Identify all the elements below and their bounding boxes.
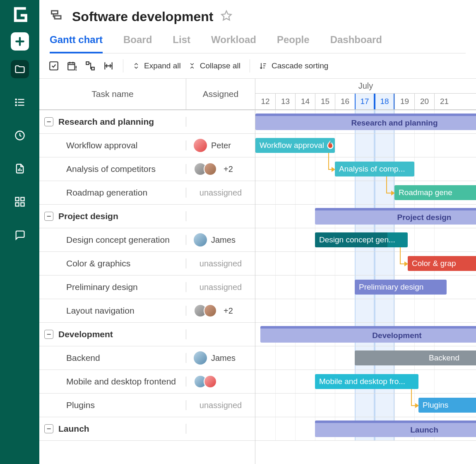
calendar-alert-icon[interactable] (67, 60, 77, 71)
group-bar[interactable]: Project design (315, 208, 476, 225)
avatar (204, 375, 217, 388)
project-icon (50, 8, 65, 25)
avatar (204, 162, 217, 176)
task-row[interactable]: Preliminary designunassigned (39, 276, 255, 299)
cascade-sorting-button[interactable]: Cascade sorting (259, 61, 328, 70)
timeline-row: Mobile and desktop fro... (255, 370, 476, 394)
task-label: Design concept generation (66, 235, 170, 245)
task-row[interactable]: −Project design (39, 205, 255, 228)
svg-rect-20 (68, 63, 75, 70)
svg-point-3 (15, 99, 16, 100)
column-assigned[interactable]: Assigned (186, 79, 255, 109)
header: Software development Gantt chartBoardLis… (39, 0, 476, 53)
nav-folder[interactable] (11, 60, 29, 78)
nav-reports[interactable] (11, 160, 29, 178)
group-bar[interactable]: Launch (315, 420, 476, 437)
task-row[interactable]: Roadmap generationunassigned (39, 181, 255, 205)
task-bar[interactable]: Backend (355, 350, 476, 365)
expand-all-button[interactable]: Expand all (132, 61, 181, 70)
nav-chat[interactable] (11, 226, 29, 244)
task-row[interactable]: Pluginsunassigned (39, 394, 255, 417)
task-bar[interactable]: Plugins (418, 398, 476, 413)
svg-point-25 (76, 70, 76, 70)
collapse-all-button[interactable]: Collapse all (188, 61, 240, 70)
baseline-icon[interactable] (103, 60, 114, 71)
group-bar[interactable]: Development (260, 326, 476, 343)
bar-label: Launch (410, 425, 438, 435)
task-label: Preliminary design (66, 282, 138, 292)
hierarchy-icon[interactable] (85, 60, 96, 71)
nav-clock[interactable] (11, 126, 29, 145)
assigned-cell[interactable]: unassigned (186, 401, 255, 410)
sidebar (0, 0, 39, 464)
timeline-row: Backend (255, 346, 476, 370)
day-12: 12 (255, 94, 275, 109)
task-label: Mobile and desktop frontend (66, 377, 176, 387)
collapse-all-label: Collapse all (200, 61, 240, 70)
task-bar[interactable]: Color & grap (408, 256, 476, 271)
bar-label: Preliminary design (359, 283, 423, 292)
task-row[interactable]: Layout navigation+2 (39, 299, 255, 323)
timeline-row: Preliminary design (255, 276, 476, 299)
star-icon[interactable] (221, 10, 232, 23)
task-row[interactable]: Analysis of competitors+2 (39, 157, 255, 181)
task-row[interactable]: Design concept generationJames (39, 228, 255, 252)
assigned-cell[interactable]: Peter (186, 139, 255, 152)
tab-workload[interactable]: Workload (211, 34, 256, 53)
task-grid: Task name Assigned −Research and plannin… (39, 79, 255, 464)
task-bar[interactable]: Roadmap gene (394, 185, 476, 200)
task-row[interactable]: −Launch (39, 417, 255, 441)
nav-list[interactable] (11, 93, 29, 111)
collapse-button[interactable]: − (44, 117, 53, 126)
task-row[interactable]: Mobile and desktop frontend (39, 370, 255, 394)
svg-rect-11 (21, 198, 24, 201)
task-row[interactable]: −Development (39, 323, 255, 346)
task-bar[interactable]: Design concept gen... (315, 232, 408, 247)
day-16: 16 (335, 94, 355, 109)
tab-gantt-chart[interactable]: Gantt chart (50, 34, 103, 53)
assigned-cell[interactable]: unassigned (186, 283, 255, 292)
tab-board[interactable]: Board (123, 34, 152, 53)
collapse-button[interactable]: − (44, 330, 53, 339)
task-bar[interactable]: Analysis of comp... (335, 162, 414, 176)
svg-rect-13 (21, 203, 24, 206)
tab-list[interactable]: List (173, 34, 190, 53)
task-row[interactable]: −Research and planning (39, 110, 255, 134)
avatar (194, 233, 207, 247)
assigned-cell[interactable]: +2 (186, 304, 255, 317)
assigned-cell[interactable]: unassigned (186, 259, 255, 268)
timeline-row: Workflow approval (255, 134, 476, 157)
check-icon[interactable] (48, 60, 59, 71)
task-bar[interactable]: Workflow approval (255, 138, 335, 153)
timeline-row (255, 299, 476, 323)
task-bar[interactable]: Mobile and desktop fro... (315, 374, 418, 389)
collapse-button[interactable]: − (44, 424, 53, 433)
assigned-cell[interactable]: unassigned (186, 188, 255, 198)
task-row[interactable]: Color & graphicsunassigned (39, 252, 255, 276)
day-17: 17 (355, 94, 375, 109)
assignee-name: James (211, 353, 236, 363)
task-row[interactable]: BackendJames (39, 346, 255, 370)
assigned-cell[interactable]: James (186, 351, 255, 365)
timeline-row: Design concept gen... (255, 228, 476, 252)
task-label: Launch (58, 424, 89, 434)
day-14: 14 (295, 94, 315, 109)
bar-label: Workflow approval (260, 141, 324, 150)
column-task-name[interactable]: Task name (39, 79, 186, 109)
task-bar[interactable]: Preliminary design (355, 280, 447, 295)
add-button[interactable] (11, 32, 29, 51)
svg-rect-26 (86, 62, 89, 65)
day-15: 15 (315, 94, 335, 109)
collapse-button[interactable]: − (44, 212, 53, 221)
tab-people[interactable]: People (277, 34, 310, 53)
tab-dashboard[interactable]: Dashboard (330, 34, 382, 53)
assigned-cell[interactable] (186, 375, 255, 388)
project-title: Software development (72, 9, 213, 24)
assigned-cell[interactable]: James (186, 233, 255, 247)
group-bar[interactable]: Research and planning (255, 114, 476, 130)
task-row[interactable]: Workflow approvalPeter (39, 134, 255, 157)
nav-apps[interactable] (11, 193, 29, 211)
assigned-cell[interactable]: +2 (186, 162, 255, 176)
avatar (194, 139, 207, 152)
task-label: Project design (58, 211, 118, 221)
